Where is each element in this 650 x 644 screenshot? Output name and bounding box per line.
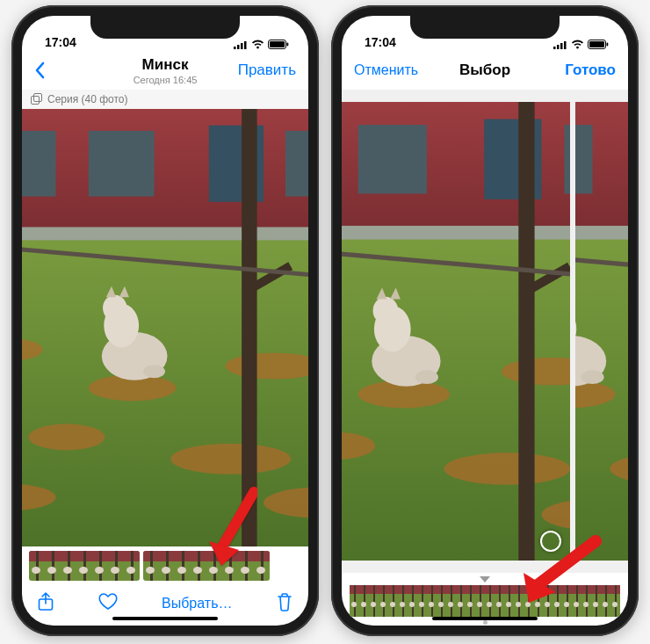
nav-bar: Отменить Выбор Готово [342,51,628,90]
nav-subtitle: Сегодня 16:45 [134,75,198,85]
burst-carousel[interactable] [342,90,628,573]
filmstrip-frame[interactable] [514,585,524,617]
chevron-left-icon [34,62,45,79]
filmstrip-frame[interactable] [495,585,504,617]
nav-title: Выбор [459,62,510,79]
status-time: 17:04 [45,35,76,49]
share-button[interactable] [38,592,54,615]
thumb-group[interactable] [143,551,270,581]
svg-rect-42 [557,45,560,49]
notch [410,16,560,39]
wifi-icon [571,40,584,49]
burst-photo-next[interactable] [575,102,628,561]
back-button[interactable] [34,62,113,79]
filmstrip-dot [483,620,488,625]
filmstrip-frame[interactable] [446,585,456,617]
select-button[interactable]: Выбрать… [162,596,232,611]
filmstrip-frame[interactable] [466,585,475,617]
nav-title: Минск [134,56,198,74]
filmstrip-frame[interactable] [350,585,359,617]
signal-icon [234,40,248,49]
filmstrip-frame[interactable] [359,585,369,617]
cancel-button[interactable]: Отменить [354,62,433,78]
svg-rect-44 [564,41,567,49]
edit-button[interactable]: Править [217,62,296,79]
delete-button[interactable] [277,592,292,615]
svg-rect-46 [589,41,604,47]
filmstrip-frame[interactable] [591,585,601,617]
share-icon [38,592,54,611]
svg-rect-47 [607,43,609,47]
filmstrip-frame[interactable] [417,585,427,617]
thumbnail-row[interactable] [22,546,308,585]
filmstrip-frame[interactable] [610,585,620,617]
filmstrip-frame[interactable] [552,585,562,617]
heart-icon [98,593,118,611]
battery-icon [588,40,609,49]
svg-rect-34 [244,41,247,49]
burst-icon [31,93,43,105]
svg-rect-31 [234,47,236,49]
filmstrip-frame[interactable] [398,585,408,617]
home-indicator[interactable] [112,617,218,620]
filmstrip-frame[interactable] [562,585,572,617]
status-indicators [234,40,289,49]
svg-rect-33 [241,43,243,49]
done-button[interactable]: Готово [537,62,616,79]
home-indicator[interactable] [432,617,538,620]
wifi-icon [251,40,264,49]
burst-label: Серия (40 фото) [47,93,128,105]
nav-title-group: Выбор [459,62,510,79]
trash-icon [277,592,292,611]
filmstrip-frame[interactable] [388,585,398,617]
filmstrip-frame[interactable] [601,585,610,617]
thumb-group[interactable] [29,551,140,581]
filmstrip-frames[interactable] [350,585,620,617]
favorite-button[interactable] [98,593,118,614]
filmstrip-frame[interactable] [504,585,514,617]
filmstrip-marker-icon [480,576,490,582]
signal-icon [553,40,567,49]
battery-icon [268,40,289,49]
svg-rect-38 [32,97,40,105]
filmstrip-frame[interactable] [408,585,417,617]
phone-right: 17:04 Отменить Выбор Готово [331,5,639,636]
svg-rect-37 [287,43,289,47]
filmstrip-frame[interactable] [572,585,581,617]
filmstrip-frame[interactable] [427,585,437,617]
filmstrip-frame[interactable] [475,585,485,617]
filmstrip-frame[interactable] [485,585,495,617]
photo-main [22,109,308,546]
nav-title-group: Минск Сегодня 16:45 [134,56,198,85]
burst-photo[interactable] [342,102,570,561]
filmstrip-frame[interactable] [581,585,591,617]
selection-circle[interactable] [540,531,561,552]
svg-rect-32 [237,45,240,49]
svg-rect-36 [270,41,285,47]
status-indicators [553,40,609,49]
photo-viewer[interactable] [22,109,308,546]
svg-rect-41 [553,47,556,49]
filmstrip-frame[interactable] [524,585,533,617]
svg-rect-43 [560,43,563,49]
photo [575,102,628,561]
notch [90,16,240,39]
nav-bar: Минск Сегодня 16:45 Править [22,51,308,90]
burst-label-row: Серия (40 фото) [22,90,308,109]
phone-left: 17:04 Минск Сегодня 16:45 Править Серия … [11,5,319,636]
filmstrip-frame[interactable] [543,585,552,617]
filmstrip-frame[interactable] [456,585,466,617]
filmstrip-frame[interactable] [437,585,446,617]
filmstrip-frame[interactable] [379,585,388,617]
svg-rect-39 [34,94,42,102]
status-time: 17:04 [365,35,396,49]
filmstrip-frame[interactable] [369,585,379,617]
filmstrip-frame[interactable] [533,585,543,617]
photo [342,102,570,561]
